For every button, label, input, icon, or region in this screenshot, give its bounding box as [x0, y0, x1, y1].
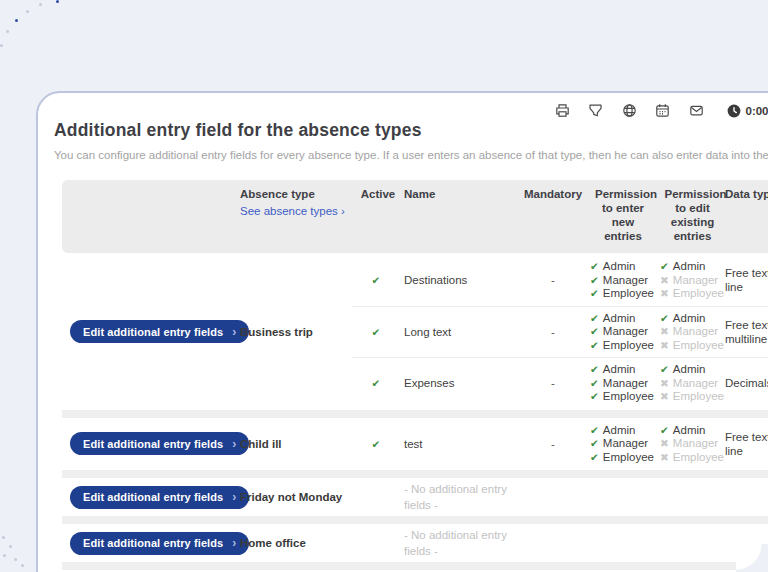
check-icon: ✔	[590, 325, 599, 337]
no-additional-fields-text: - No additional entry fields -	[404, 525, 516, 561]
permission-edit-manager: ✖Manager	[660, 325, 725, 339]
permission-edit-admin: ✔Admin	[660, 363, 725, 377]
permission-enter-manager: ✔Manager	[590, 437, 660, 451]
permission-enter-admin: ✔Admin	[590, 424, 660, 438]
role-label: Manager	[673, 325, 718, 337]
edit-additional-entry-fields-button[interactable]: Edit additional entry fields›	[70, 486, 249, 509]
role-label: Admin	[673, 312, 706, 324]
toolbar: 0:00	[536, 103, 768, 118]
check-icon: ✔	[590, 260, 599, 272]
role-label: Employee	[673, 287, 724, 299]
permission-edit-manager: ✖Manager	[660, 377, 725, 391]
absence-type-group: Edit additional entry fields›Business tr…	[62, 255, 768, 409]
check-icon: ✔	[372, 274, 381, 286]
col-header-perm-edit: Permission to edit existing entries	[660, 187, 725, 243]
col-header-mandatory: Mandatory	[520, 187, 586, 243]
role-label: Employee	[603, 451, 654, 463]
permission-enter-admin: ✔Admin	[590, 363, 660, 377]
decorative-dot	[14, 558, 17, 561]
globe-icon[interactable]	[622, 103, 637, 118]
absence-type-name: Home office	[240, 537, 352, 549]
field-name: Long text	[404, 325, 520, 339]
timer-value: 0:00	[746, 105, 768, 117]
permission-edit-employee: ✖Employee	[660, 390, 725, 404]
clock-icon	[727, 104, 741, 118]
active-cell: ✔	[352, 376, 404, 390]
entry-field-rows: - No additional entry fields -	[352, 525, 768, 561]
field-name: Destinations	[404, 273, 520, 287]
cross-icon: ✖	[660, 274, 669, 286]
col-header-absence-type: Absence type	[240, 187, 352, 201]
check-icon: ✔	[660, 312, 669, 324]
permission-enter-list: ✔Admin✔Manager✔Employee	[586, 307, 660, 358]
edit-additional-entry-fields-button[interactable]: Edit additional entry fields›	[70, 432, 249, 455]
role-label: Admin	[673, 260, 706, 272]
role-label: Manager	[603, 377, 648, 389]
calendar-icon[interactable]	[655, 103, 670, 118]
role-label: Manager	[603, 274, 648, 286]
mandatory-cell: -	[520, 376, 586, 390]
group-separator	[62, 561, 768, 571]
group-separator	[62, 409, 768, 419]
check-icon: ✔	[590, 377, 599, 389]
decorative-dot	[26, 10, 29, 13]
decorative-dot	[15, 19, 18, 22]
check-icon: ✔	[372, 377, 381, 389]
check-icon: ✔	[660, 260, 669, 272]
page-title: Additional entry field for the absence t…	[54, 120, 422, 141]
permission-edit-employee: ✖Employee	[660, 451, 725, 465]
check-icon: ✔	[590, 339, 599, 351]
col-header-perm-enter: Permission to enter new entries	[586, 187, 660, 243]
decorative-dot	[56, 0, 59, 3]
permission-enter-list: ✔Admin✔Manager✔Employee	[586, 358, 660, 409]
permission-edit-manager: ✖Manager	[660, 274, 725, 288]
entry-field-row: ✔Long text-✔Admin✔Manager✔Employee✔Admin…	[352, 306, 768, 358]
field-name: test	[404, 437, 520, 451]
mail-icon[interactable]	[689, 103, 704, 118]
decorative-dot	[9, 545, 12, 548]
role-label: Employee	[673, 339, 724, 351]
check-icon: ✔	[590, 312, 599, 324]
chevron-right-icon: ›	[232, 437, 236, 451]
time-tracker[interactable]: 0:00	[727, 104, 768, 118]
entry-field-row: ✔Expenses-✔Admin✔Manager✔Employee✔Admin✖…	[352, 357, 768, 409]
data-type-cell: Free text, multiline	[725, 318, 768, 346]
permission-edit-admin: ✔Admin	[660, 312, 725, 326]
role-label: Manager	[603, 325, 648, 337]
decorative-dot	[2, 536, 5, 539]
absence-type-name: Business trip	[240, 326, 352, 338]
role-label: Employee	[603, 339, 654, 351]
filter-icon[interactable]	[588, 103, 603, 118]
role-label: Manager	[673, 437, 718, 449]
permission-edit-employee: ✖Employee	[660, 287, 725, 301]
permission-edit-list: ✔Admin✖Manager✖Employee	[660, 419, 725, 470]
group-separator	[62, 469, 768, 479]
role-label: Manager	[673, 377, 718, 389]
mandatory-cell: -	[520, 325, 586, 339]
check-icon: ✔	[590, 363, 599, 375]
printer-icon[interactable]	[555, 103, 570, 118]
absence-type-group: Edit additional entry fields›Home office…	[62, 525, 768, 561]
role-label: Admin	[603, 363, 636, 375]
chevron-right-icon: ›	[232, 490, 236, 504]
absence-type-name: Friday not Monday	[240, 491, 352, 503]
see-absence-types-link[interactable]: See absence types ›	[240, 204, 345, 219]
check-icon: ✔	[590, 437, 599, 449]
check-icon: ✔	[590, 390, 599, 402]
permission-edit-admin: ✔Admin	[660, 260, 725, 274]
permission-edit-list: ✔Admin✖Manager✖Employee	[660, 307, 725, 358]
cross-icon: ✖	[660, 325, 669, 337]
no-additional-fields-text: - No additional entry fields -	[404, 479, 516, 515]
role-label: Employee	[603, 390, 654, 402]
edit-additional-entry-fields-button[interactable]: Edit additional entry fields›	[70, 320, 249, 343]
entry-field-row: ✔test-✔Admin✔Manager✔Employee✔Admin✖Mana…	[352, 419, 768, 470]
permission-edit-manager: ✖Manager	[660, 437, 725, 451]
edit-button-cell: Edit additional entry fields›	[62, 320, 240, 343]
cross-icon: ✖	[660, 377, 669, 389]
permission-enter-manager: ✔Manager	[590, 325, 660, 339]
permission-enter-admin: ✔Admin	[590, 312, 660, 326]
role-label: Admin	[603, 260, 636, 272]
col-header-name: Name	[404, 187, 520, 243]
entry-field-rows: - No additional entry fields -	[352, 479, 768, 515]
edit-additional-entry-fields-button[interactable]: Edit additional entry fields›	[70, 532, 249, 555]
